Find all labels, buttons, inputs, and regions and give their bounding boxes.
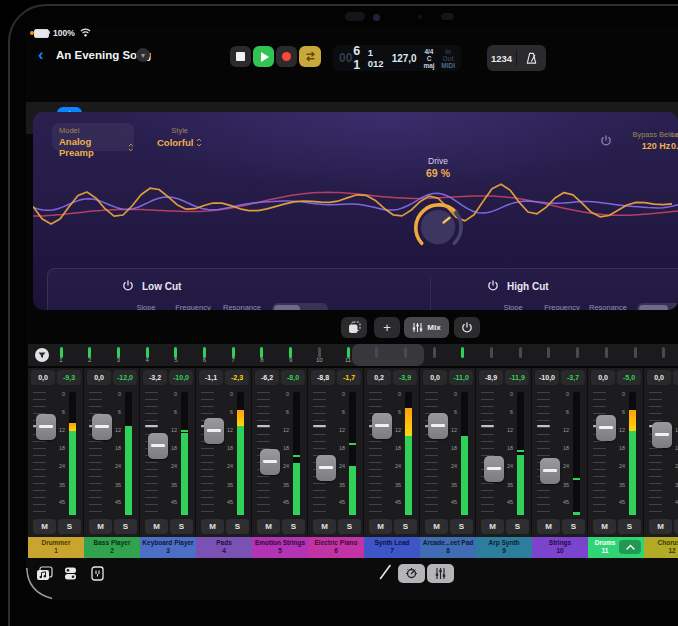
post-button[interactable]: Post	[300, 305, 326, 310]
keyboard-icon[interactable]	[91, 566, 104, 581]
pencil-tool-icon[interactable]	[378, 564, 392, 581]
mute-button[interactable]: M	[593, 519, 616, 534]
channel-level-value[interactable]: -8,0	[281, 370, 305, 385]
solo-button[interactable]: S	[618, 519, 641, 534]
solo-button[interactable]: S	[562, 519, 585, 534]
fader-handle[interactable]	[36, 414, 56, 440]
fader-handle[interactable]	[652, 422, 672, 448]
fader-handle[interactable]	[596, 415, 616, 441]
mute-button[interactable]: M	[425, 519, 448, 534]
track-name-plate[interactable]: Bass Player2	[84, 537, 140, 558]
channel-level-value[interactable]: -12,0	[113, 370, 137, 385]
solo-button[interactable]: S	[674, 519, 678, 534]
channel-volume-value[interactable]: 0,0	[423, 370, 447, 385]
solo-button[interactable]: S	[58, 519, 81, 534]
solo-button[interactable]: S	[394, 519, 417, 534]
count-in-button[interactable]: 1234	[487, 53, 516, 64]
solo-button[interactable]: S	[226, 519, 249, 534]
stop-button[interactable]	[230, 46, 251, 67]
mute-button[interactable]: M	[369, 519, 392, 534]
channel-volume-value[interactable]: -3,2	[143, 370, 167, 385]
solo-button[interactable]: S	[114, 519, 137, 534]
channel-level-value[interactable]: -11,9	[505, 370, 529, 385]
channel-level-value[interactable]	[673, 370, 678, 385]
fader-handle[interactable]	[204, 418, 224, 444]
mute-button[interactable]: M	[201, 519, 224, 534]
fader-handle[interactable]	[92, 414, 112, 440]
track-name-plate[interactable]: Drummer1	[28, 537, 84, 558]
fader-handle[interactable]	[260, 449, 280, 475]
track-name-plate[interactable]: Synth Lead7	[364, 537, 420, 558]
track-name-plate[interactable]: Keyboard Player3	[140, 537, 196, 558]
pre-button[interactable]: Pre	[274, 305, 300, 310]
mixer-power-button[interactable]	[454, 317, 480, 338]
bypass-power-icon[interactable]	[600, 135, 612, 147]
mix-view-button[interactable]: Mix	[404, 317, 449, 338]
track-name-plate[interactable]: Electric Piano6	[308, 537, 364, 558]
track-name-plate[interactable]: Chorus V12	[644, 537, 678, 558]
post-button[interactable]: Post	[668, 305, 678, 310]
filter-icon[interactable]	[34, 347, 50, 363]
solo-button[interactable]: S	[450, 519, 473, 534]
solo-button[interactable]: S	[170, 519, 193, 534]
channel-volume-value[interactable]: 0,0	[591, 370, 615, 385]
low-cut-power-icon[interactable]	[122, 280, 134, 292]
fader-handle[interactable]	[484, 456, 504, 482]
mute-button[interactable]: M	[537, 519, 560, 534]
add-track-button[interactable]: +	[374, 317, 400, 338]
mute-button[interactable]: M	[481, 519, 504, 534]
track-name-plate[interactable]: Pads4	[196, 537, 252, 558]
song-menu-chevron-icon[interactable]: ▾	[136, 48, 150, 62]
controls-view-button[interactable]	[398, 564, 425, 583]
channel-volume-value[interactable]: -10,0	[535, 370, 559, 385]
channel-volume-value[interactable]: 0,0	[31, 370, 55, 385]
solo-button[interactable]: S	[506, 519, 529, 534]
channel-level-value[interactable]: -10,0	[169, 370, 193, 385]
track-overview-ruler[interactable]: 1234567891011	[28, 344, 678, 366]
channel-level-value[interactable]: -5,0	[617, 370, 641, 385]
model-selector[interactable]: Model Analog Preamp	[52, 123, 134, 151]
channel-level-value[interactable]: -3,7	[561, 370, 585, 385]
collapse-stack-button[interactable]	[619, 540, 641, 554]
duplicate-button[interactable]	[341, 317, 367, 338]
record-button[interactable]	[276, 46, 297, 67]
track-name-plate[interactable]: Arcade...eet Pad8	[420, 537, 476, 558]
high-cut-power-icon[interactable]	[487, 280, 499, 292]
channel-volume-value[interactable]: 0,0	[87, 370, 111, 385]
fader-handle[interactable]	[372, 413, 392, 439]
fader-handle[interactable]	[148, 433, 168, 459]
style-selector[interactable]: Style Colorful	[157, 126, 202, 148]
fader-handle[interactable]	[428, 413, 448, 439]
drive-knob[interactable]	[405, 194, 471, 260]
mute-button[interactable]: M	[89, 519, 112, 534]
channel-volume-value[interactable]: -8,8	[311, 370, 335, 385]
mute-button[interactable]: M	[313, 519, 336, 534]
channel-volume-value[interactable]: 0,2	[367, 370, 391, 385]
channel-volume-value[interactable]: -8,9	[479, 370, 503, 385]
channel-level-value[interactable]: -3,9	[393, 370, 417, 385]
metronome-button[interactable]	[517, 52, 546, 65]
mute-button[interactable]: M	[145, 519, 168, 534]
pre-button[interactable]: Pre	[639, 305, 668, 310]
mute-button[interactable]: M	[649, 519, 672, 534]
mute-button[interactable]: M	[33, 519, 56, 534]
ruler-selected-region[interactable]	[352, 344, 424, 366]
channel-volume-value[interactable]: -6,2	[255, 370, 279, 385]
cycle-button[interactable]	[299, 46, 321, 67]
fader-handle[interactable]	[316, 455, 336, 481]
level-value[interactable]: 0.0	[671, 141, 678, 151]
track-name-plate[interactable]: Strings10	[532, 537, 588, 558]
back-button[interactable]: ‹	[38, 49, 44, 61]
lcd-display[interactable]: 00 6 1 1 012 127,0 4/4 C maj In Out MIDI	[333, 45, 461, 71]
faders-view-button[interactable]	[427, 564, 454, 583]
channel-volume-value[interactable]: -1,1	[199, 370, 223, 385]
channel-level-value[interactable]: -9,3	[57, 370, 81, 385]
track-name-plate[interactable]: Arp Synth9	[476, 537, 532, 558]
track-name-plate[interactable]: Drums11	[588, 537, 644, 558]
mute-button[interactable]: M	[257, 519, 280, 534]
channel-level-value[interactable]: -1,7	[337, 370, 361, 385]
channel-level-value[interactable]: -2,3	[225, 370, 249, 385]
bypass-below-value[interactable]: 120 Hz	[621, 141, 678, 151]
channel-volume-value[interactable]: 0,0	[647, 370, 671, 385]
channel-level-value[interactable]: -11,0	[449, 370, 473, 385]
